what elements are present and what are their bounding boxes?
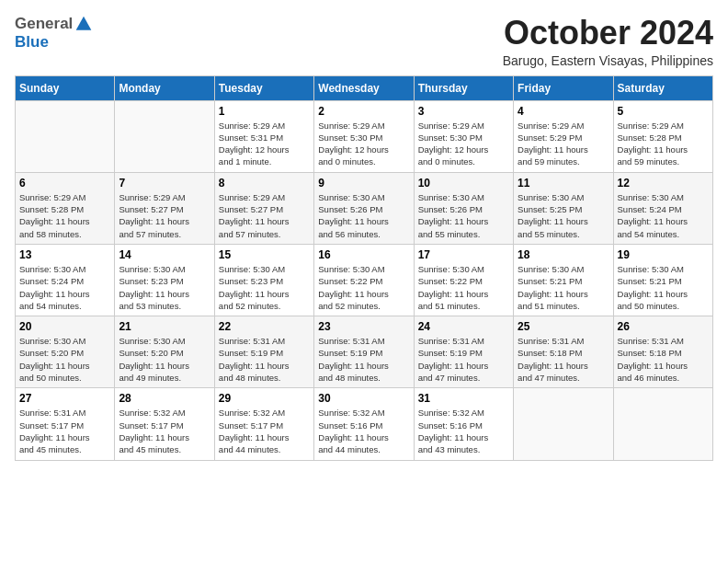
- day-number: 11: [518, 177, 609, 190]
- day-number: 24: [418, 320, 509, 333]
- calendar-cell: 29Sunrise: 5:32 AM Sunset: 5:17 PM Dayli…: [214, 388, 313, 460]
- location-subtitle: Barugo, Eastern Visayas, Philippines: [503, 53, 713, 68]
- day-detail: Sunrise: 5:30 AM Sunset: 5:26 PM Dayligh…: [318, 191, 409, 240]
- day-number: 26: [618, 320, 709, 333]
- day-detail: Sunrise: 5:30 AM Sunset: 5:26 PM Dayligh…: [418, 191, 509, 240]
- calendar-cell: 21Sunrise: 5:30 AM Sunset: 5:20 PM Dayli…: [115, 316, 214, 388]
- header-thursday: Thursday: [414, 75, 513, 100]
- day-detail: Sunrise: 5:30 AM Sunset: 5:23 PM Dayligh…: [119, 263, 210, 312]
- day-detail: Sunrise: 5:29 AM Sunset: 5:30 PM Dayligh…: [418, 120, 509, 168]
- day-detail: Sunrise: 5:30 AM Sunset: 5:22 PM Dayligh…: [418, 263, 509, 312]
- day-number: 15: [219, 248, 310, 261]
- day-detail: Sunrise: 5:32 AM Sunset: 5:17 PM Dayligh…: [119, 407, 210, 455]
- day-number: 23: [318, 320, 409, 333]
- day-number: 7: [119, 177, 210, 190]
- day-detail: Sunrise: 5:29 AM Sunset: 5:31 PM Dayligh…: [219, 120, 310, 168]
- day-detail: Sunrise: 5:29 AM Sunset: 5:29 PM Dayligh…: [518, 120, 609, 168]
- calendar-header-row: SundayMondayTuesdayWednesdayThursdayFrid…: [16, 75, 713, 100]
- calendar-week-row: 6Sunrise: 5:29 AM Sunset: 5:28 PM Daylig…: [16, 172, 713, 244]
- calendar-cell: [115, 100, 214, 172]
- calendar-cell: 14Sunrise: 5:30 AM Sunset: 5:23 PM Dayli…: [115, 244, 214, 316]
- calendar-cell: 2Sunrise: 5:29 AM Sunset: 5:30 PM Daylig…: [314, 100, 414, 172]
- calendar-cell: 24Sunrise: 5:31 AM Sunset: 5:19 PM Dayli…: [414, 316, 513, 388]
- day-number: 16: [318, 248, 409, 261]
- calendar-cell: 31Sunrise: 5:32 AM Sunset: 5:16 PM Dayli…: [414, 388, 513, 460]
- month-title: October 2024: [503, 15, 713, 52]
- header-sunday: Sunday: [16, 75, 115, 100]
- day-number: 17: [418, 248, 509, 261]
- day-detail: Sunrise: 5:31 AM Sunset: 5:19 PM Dayligh…: [418, 335, 509, 384]
- svg-marker-0: [76, 17, 92, 30]
- title-block: October 2024 Barugo, Eastern Visayas, Ph…: [503, 15, 713, 68]
- day-number: 13: [19, 248, 110, 261]
- header-wednesday: Wednesday: [314, 75, 414, 100]
- day-detail: Sunrise: 5:30 AM Sunset: 5:23 PM Dayligh…: [219, 263, 310, 312]
- calendar-cell: 16Sunrise: 5:30 AM Sunset: 5:22 PM Dayli…: [314, 244, 414, 316]
- day-detail: Sunrise: 5:30 AM Sunset: 5:20 PM Dayligh…: [119, 335, 210, 384]
- day-detail: Sunrise: 5:32 AM Sunset: 5:17 PM Dayligh…: [219, 407, 310, 455]
- header-monday: Monday: [115, 75, 214, 100]
- day-number: 31: [418, 392, 509, 405]
- day-detail: Sunrise: 5:31 AM Sunset: 5:19 PM Dayligh…: [318, 335, 409, 384]
- logo-general: General: [15, 15, 73, 33]
- day-number: 19: [618, 248, 709, 261]
- calendar-cell: 30Sunrise: 5:32 AM Sunset: 5:16 PM Dayli…: [314, 388, 414, 460]
- day-detail: Sunrise: 5:29 AM Sunset: 5:27 PM Dayligh…: [119, 191, 210, 240]
- day-number: 20: [19, 320, 110, 333]
- header-tuesday: Tuesday: [214, 75, 313, 100]
- day-number: 8: [219, 177, 310, 190]
- page-header: General Blue October 2024 Barugo, Easter…: [15, 15, 713, 68]
- day-number: 22: [219, 320, 310, 333]
- day-detail: Sunrise: 5:30 AM Sunset: 5:21 PM Dayligh…: [518, 263, 609, 312]
- day-detail: Sunrise: 5:29 AM Sunset: 5:30 PM Dayligh…: [318, 120, 409, 168]
- calendar-cell: 15Sunrise: 5:30 AM Sunset: 5:23 PM Dayli…: [214, 244, 313, 316]
- day-number: 29: [219, 392, 310, 405]
- day-detail: Sunrise: 5:32 AM Sunset: 5:16 PM Dayligh…: [318, 407, 409, 455]
- day-detail: Sunrise: 5:29 AM Sunset: 5:28 PM Dayligh…: [618, 120, 709, 168]
- day-detail: Sunrise: 5:30 AM Sunset: 5:25 PM Dayligh…: [518, 191, 609, 240]
- day-number: 10: [418, 177, 509, 190]
- calendar-cell: 5Sunrise: 5:29 AM Sunset: 5:28 PM Daylig…: [613, 100, 712, 172]
- calendar-cell: 22Sunrise: 5:31 AM Sunset: 5:19 PM Dayli…: [214, 316, 313, 388]
- day-number: 28: [119, 392, 210, 405]
- logo: General Blue: [15, 15, 93, 52]
- calendar-cell: 3Sunrise: 5:29 AM Sunset: 5:30 PM Daylig…: [414, 100, 513, 172]
- day-number: 30: [318, 392, 409, 405]
- day-number: 18: [518, 248, 609, 261]
- day-detail: Sunrise: 5:30 AM Sunset: 5:21 PM Dayligh…: [618, 263, 709, 312]
- day-number: 5: [618, 105, 709, 118]
- day-number: 2: [318, 105, 409, 118]
- day-detail: Sunrise: 5:30 AM Sunset: 5:24 PM Dayligh…: [19, 263, 110, 312]
- calendar-cell: 27Sunrise: 5:31 AM Sunset: 5:17 PM Dayli…: [16, 388, 115, 460]
- day-number: 4: [518, 105, 609, 118]
- calendar-week-row: 13Sunrise: 5:30 AM Sunset: 5:24 PM Dayli…: [16, 244, 713, 316]
- day-number: 9: [318, 177, 409, 190]
- day-detail: Sunrise: 5:31 AM Sunset: 5:19 PM Dayligh…: [219, 335, 310, 384]
- calendar-cell: 8Sunrise: 5:29 AM Sunset: 5:27 PM Daylig…: [214, 172, 313, 244]
- calendar-cell: 28Sunrise: 5:32 AM Sunset: 5:17 PM Dayli…: [115, 388, 214, 460]
- calendar-cell: 6Sunrise: 5:29 AM Sunset: 5:28 PM Daylig…: [16, 172, 115, 244]
- day-number: 27: [19, 392, 110, 405]
- calendar-cell: 19Sunrise: 5:30 AM Sunset: 5:21 PM Dayli…: [613, 244, 712, 316]
- calendar-cell: 7Sunrise: 5:29 AM Sunset: 5:27 PM Daylig…: [115, 172, 214, 244]
- day-detail: Sunrise: 5:31 AM Sunset: 5:18 PM Dayligh…: [618, 335, 709, 384]
- calendar-cell: 12Sunrise: 5:30 AM Sunset: 5:24 PM Dayli…: [613, 172, 712, 244]
- day-number: 21: [119, 320, 210, 333]
- logo-blue: Blue: [15, 33, 49, 51]
- calendar-cell: 20Sunrise: 5:30 AM Sunset: 5:20 PM Dayli…: [16, 316, 115, 388]
- calendar-cell: 11Sunrise: 5:30 AM Sunset: 5:25 PM Dayli…: [514, 172, 613, 244]
- day-number: 14: [119, 248, 210, 261]
- day-detail: Sunrise: 5:30 AM Sunset: 5:24 PM Dayligh…: [618, 191, 709, 240]
- day-number: 3: [418, 105, 509, 118]
- calendar-cell: [613, 388, 712, 460]
- day-detail: Sunrise: 5:30 AM Sunset: 5:20 PM Dayligh…: [19, 335, 110, 384]
- day-detail: Sunrise: 5:32 AM Sunset: 5:16 PM Dayligh…: [418, 407, 509, 455]
- calendar-week-row: 27Sunrise: 5:31 AM Sunset: 5:17 PM Dayli…: [16, 388, 713, 460]
- calendar-cell: 23Sunrise: 5:31 AM Sunset: 5:19 PM Dayli…: [314, 316, 414, 388]
- logo-icon: [74, 15, 93, 33]
- calendar-cell: 17Sunrise: 5:30 AM Sunset: 5:22 PM Dayli…: [414, 244, 513, 316]
- calendar-cell: 9Sunrise: 5:30 AM Sunset: 5:26 PM Daylig…: [314, 172, 414, 244]
- calendar-cell: 25Sunrise: 5:31 AM Sunset: 5:18 PM Dayli…: [514, 316, 613, 388]
- calendar-cell: [16, 100, 115, 172]
- calendar-cell: [514, 388, 613, 460]
